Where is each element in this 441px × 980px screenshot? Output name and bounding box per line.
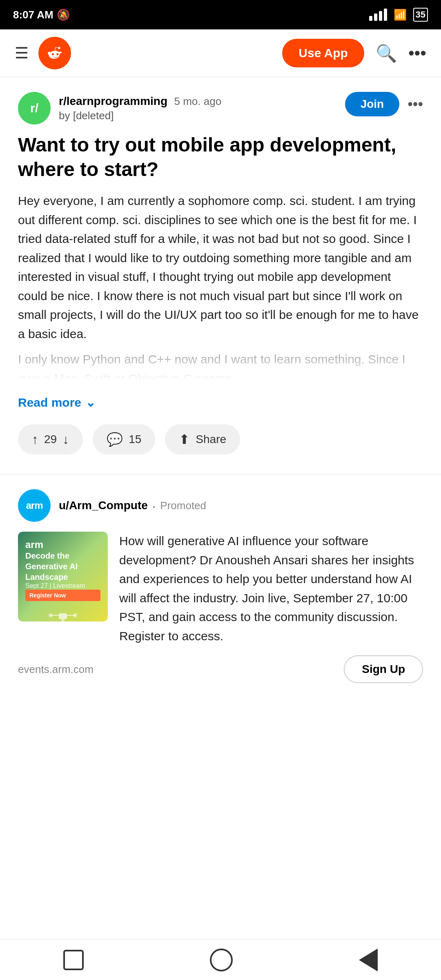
subreddit-name[interactable]: r/learnprogramming: [59, 95, 167, 107]
comments-button[interactable]: 💬 15: [93, 424, 155, 454]
downvote-icon: ↓: [62, 432, 69, 447]
promoted-thumbnail[interactable]: arm Decode the Generative AI Landscape S…: [18, 532, 108, 621]
join-button[interactable]: Join: [345, 92, 400, 116]
post-title: Want to try out mobile app development, …: [18, 133, 423, 182]
reddit-icon: [44, 42, 65, 64]
more-options-icon[interactable]: •••: [408, 43, 426, 63]
arm-logo-avatar[interactable]: arm: [18, 489, 51, 522]
subreddit-avatar[interactable]: r/: [18, 92, 51, 125]
thumb-arm-logo: arm: [25, 539, 100, 550]
android-square-button[interactable]: [63, 950, 84, 970]
read-more-label: Read more: [18, 396, 81, 410]
wifi-icon: 📶: [394, 9, 407, 21]
post-author: by [deleted]: [59, 109, 221, 122]
action-bar: ↑ 29 ↓ 💬 15 ⬆ Share: [18, 424, 423, 454]
android-home-button[interactable]: [210, 949, 233, 971]
search-icon[interactable]: 🔍: [376, 43, 397, 63]
dot-separator: •: [153, 503, 155, 510]
svg-point-5: [73, 613, 77, 617]
thumb-subtitle: Sept 27 | Livestream: [25, 582, 100, 590]
time-display: 8:07 AM: [13, 9, 53, 21]
battery-indicator: 35: [413, 8, 428, 22]
post-body-fade: I only know Python and C++ now and I wan…: [18, 350, 423, 388]
post-more-icon[interactable]: •••: [408, 96, 423, 113]
vote-count: 29: [44, 433, 57, 446]
android-back-button[interactable]: [359, 949, 378, 971]
post-body: Hey everyone, I am currently a sophomore…: [18, 192, 423, 343]
promoted-username[interactable]: u/Arm_Compute: [59, 499, 148, 512]
sign-up-button[interactable]: Sign Up: [344, 655, 423, 683]
promoted-post: arm u/Arm_Compute • Promoted arm Decode …: [18, 474, 423, 683]
thumb-register: Register Now: [25, 590, 100, 601]
thumb-title: Decode the Generative AI Landscape: [25, 550, 100, 582]
share-button[interactable]: ⬆ Share: [165, 424, 240, 454]
post-header: r/ r/learnprogramming 5 mo. ago by [dele…: [18, 92, 423, 125]
promoted-link[interactable]: events.arm.com: [18, 663, 94, 676]
use-app-button[interactable]: Use App: [282, 39, 364, 67]
menu-icon[interactable]: ☰: [15, 44, 29, 62]
promoted-content: arm Decode the Generative AI Landscape S…: [18, 532, 423, 646]
share-label: Share: [196, 433, 226, 446]
promoted-body: How will generative AI influence your so…: [119, 532, 423, 646]
status-bar: 8:07 AM 🔕 📶 35: [0, 0, 441, 29]
signal-icon: [369, 9, 387, 21]
svg-point-4: [49, 613, 53, 617]
bottom-nav: [0, 939, 441, 980]
svg-rect-6: [61, 619, 65, 621]
share-icon: ⬆: [179, 432, 190, 447]
mute-icon: 🔕: [57, 9, 70, 21]
drone-illustration: [47, 605, 79, 621]
promoted-footer: events.arm.com Sign Up: [18, 655, 423, 683]
promoted-label: Promoted: [160, 499, 206, 512]
read-more-button[interactable]: Read more ⌄: [18, 395, 423, 410]
upvote-icon: ↑: [32, 432, 38, 447]
svg-rect-1: [59, 613, 67, 619]
top-nav: ☰ Use App 🔍 •••: [0, 29, 441, 77]
main-content: r/ r/learnprogramming 5 mo. ago by [dele…: [0, 77, 441, 683]
reddit-logo[interactable]: [38, 37, 71, 69]
comment-icon: 💬: [107, 432, 123, 447]
post-time: 5 mo. ago: [174, 95, 222, 107]
vote-button[interactable]: ↑ 29 ↓: [18, 424, 83, 454]
chevron-down-icon: ⌄: [85, 395, 96, 410]
comment-count: 15: [129, 433, 141, 446]
